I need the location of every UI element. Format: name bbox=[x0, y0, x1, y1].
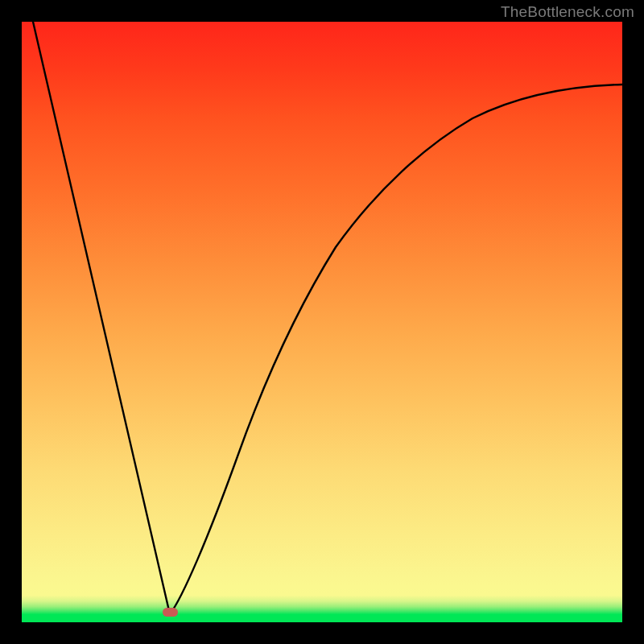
chart-frame: TheBottleneck.com bbox=[0, 0, 644, 644]
watermark-text: TheBottleneck.com bbox=[501, 3, 634, 21]
curve-path bbox=[33, 22, 622, 614]
optimal-marker bbox=[163, 608, 178, 617]
plot-area bbox=[22, 22, 622, 622]
bottleneck-curve bbox=[22, 22, 622, 622]
